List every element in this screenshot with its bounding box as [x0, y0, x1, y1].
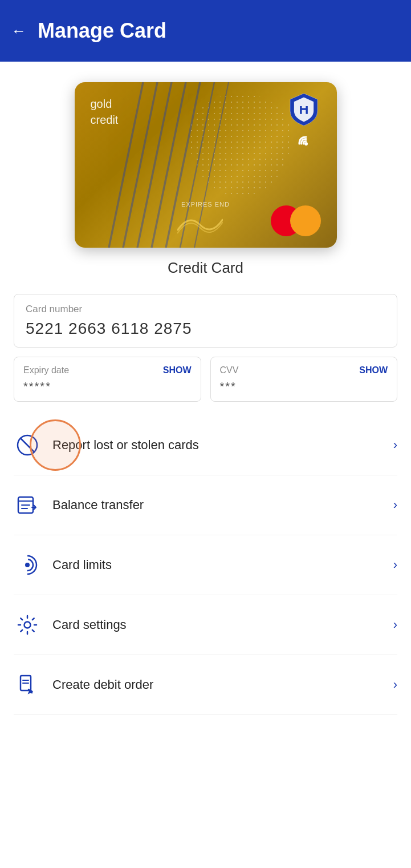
- svg-line-2: [137, 82, 172, 248]
- card-limits-chevron-icon: ›: [393, 558, 397, 572]
- expiry-label: Expiry date: [23, 365, 69, 376]
- menu-debit-order-label: Create debit order: [52, 677, 393, 692]
- report-chevron-icon: ›: [393, 438, 397, 453]
- page-title: Manage Card: [38, 19, 166, 43]
- menu-section: Report lost or stolen cards › Balance tr…: [0, 411, 411, 715]
- expiry-show-button[interactable]: SHOW: [163, 365, 192, 376]
- card-expires-label: EXPIRES END: [181, 201, 230, 208]
- menu-item-card-limits[interactable]: Card limits ›: [14, 535, 397, 595]
- mastercard-logo: [271, 205, 321, 236]
- card-number-value: 5221 2663 6118 2875: [26, 320, 385, 338]
- debit-order-icon: [14, 671, 41, 699]
- svg-point-7: [304, 142, 308, 146]
- nfc-icon: [296, 134, 316, 158]
- svg-point-16: [25, 563, 30, 567]
- bank-logo: [287, 92, 321, 127]
- menu-item-report[interactable]: Report lost or stolen cards ›: [14, 415, 397, 475]
- card-section: gold credit EX: [0, 62, 411, 288]
- main-content: gold credit EX: [0, 62, 411, 868]
- cvv-top: CVV SHOW: [220, 365, 388, 376]
- menu-item-debit-order[interactable]: Create debit order ›: [14, 655, 397, 715]
- header: ← Manage Card: [0, 0, 411, 62]
- cvv-show-button[interactable]: SHOW: [359, 365, 388, 376]
- card-number-label: Card number: [26, 304, 385, 315]
- credit-card-visual: gold credit EX: [75, 82, 337, 248]
- debit-order-chevron-icon: ›: [393, 677, 397, 692]
- card-wave-decoration: [177, 208, 223, 236]
- card-settings-chevron-icon: ›: [393, 617, 397, 632]
- menu-item-card-settings[interactable]: Card settings ›: [14, 595, 397, 655]
- card-label: Credit Card: [168, 259, 243, 277]
- menu-report-label: Report lost or stolen cards: [52, 438, 393, 453]
- back-button[interactable]: ←: [11, 22, 26, 40]
- expiry-top: Expiry date SHOW: [23, 365, 192, 376]
- menu-card-settings-label: Card settings: [52, 617, 393, 632]
- card-info-section: Card number 5221 2663 6118 2875 Expiry d…: [0, 288, 411, 402]
- svg-line-1: [123, 82, 157, 248]
- menu-balance-transfer-label: Balance transfer: [52, 498, 393, 512]
- balance-transfer-icon: [14, 491, 41, 519]
- balance-transfer-chevron-icon: ›: [393, 498, 397, 512]
- mc-orange-circle: [290, 205, 321, 236]
- card-type-text: gold credit: [91, 96, 119, 128]
- card-limits-icon: [14, 551, 41, 579]
- cvv-box: CVV SHOW ***: [210, 357, 398, 402]
- cvv-label: CVV: [220, 365, 239, 376]
- menu-item-balance-transfer[interactable]: Balance transfer ›: [14, 475, 397, 535]
- expiry-box: Expiry date SHOW *****: [14, 357, 201, 402]
- expiry-value: *****: [23, 380, 192, 393]
- menu-card-limits-label: Card limits: [52, 558, 393, 572]
- report-highlight-circle: [30, 419, 81, 471]
- expiry-cvv-row: Expiry date SHOW ***** CVV SHOW ***: [14, 357, 397, 402]
- card-settings-icon: [14, 611, 41, 639]
- svg-point-17: [25, 622, 31, 628]
- card-number-box: Card number 5221 2663 6118 2875: [14, 294, 397, 348]
- cvv-value: ***: [220, 380, 388, 393]
